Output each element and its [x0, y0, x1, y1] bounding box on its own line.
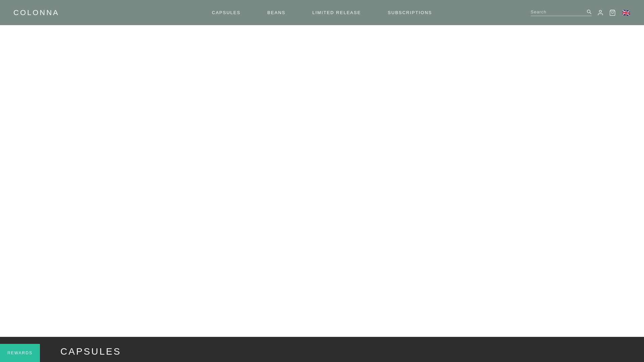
- site-header: COLONNA CAPSULES BEANS LIMITED RELEASE S…: [0, 0, 644, 25]
- main-content-area: [0, 25, 644, 337]
- cart-icon: [609, 9, 616, 16]
- svg-point-0: [587, 10, 590, 13]
- nav-item-capsules[interactable]: CAPSULES: [212, 10, 240, 15]
- header-right: 🇬🇧: [531, 9, 631, 16]
- nav-item-subscriptions[interactable]: SUBSCRIPTIONS: [388, 10, 432, 15]
- main-nav: CAPSULES BEANS LIMITED RELEASE SUBSCRIPT…: [212, 10, 432, 15]
- search-button[interactable]: [586, 9, 592, 14]
- language-flag-icon[interactable]: 🇬🇧: [621, 9, 631, 16]
- svg-line-1: [590, 12, 591, 14]
- nav-item-beans[interactable]: BEANS: [267, 10, 285, 15]
- rewards-button[interactable]: REWARDS: [0, 344, 40, 362]
- search-container: [531, 9, 592, 16]
- svg-point-2: [599, 10, 602, 12]
- cart-button[interactable]: [609, 9, 616, 16]
- user-account-button[interactable]: [597, 9, 604, 16]
- nav-item-limited-release[interactable]: LIMITED RELEASE: [312, 10, 361, 15]
- search-input[interactable]: [531, 9, 584, 14]
- site-logo[interactable]: COLONNA: [13, 8, 59, 17]
- bottom-bar: REWARDS CAPSULES: [0, 337, 644, 362]
- search-icon: [586, 9, 592, 14]
- user-icon: [597, 9, 604, 16]
